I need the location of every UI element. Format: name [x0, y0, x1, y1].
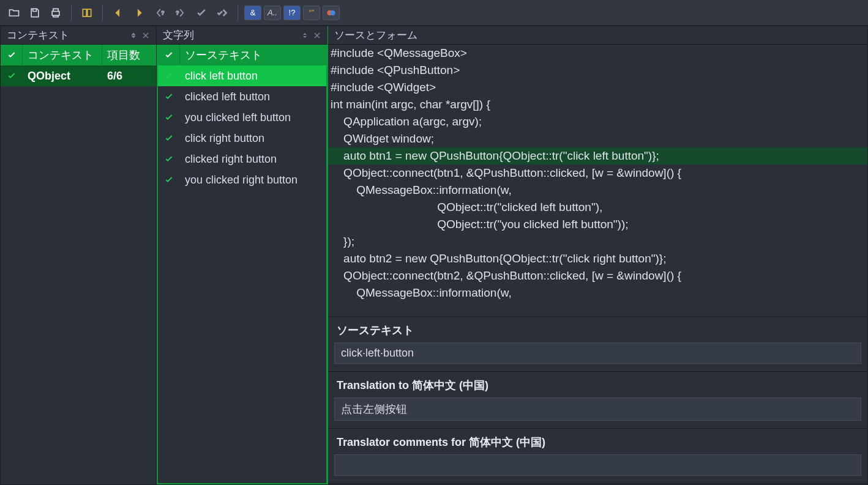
context-table-header: コンテキスト 項目数 — [1, 45, 156, 65]
source-form-title: ソースとフォーム — [334, 28, 861, 42]
done-icon[interactable] — [192, 4, 211, 22]
code-line: auto btn1 = new QPushButton{QObject::tr(… — [328, 147, 867, 165]
translator-comments-input[interactable] — [334, 454, 861, 476]
string-row-text: click right button — [180, 132, 326, 145]
source-text-field: click·left·button — [334, 342, 861, 364]
validate-surrounding-icon[interactable]: A.. — [264, 6, 281, 20]
context-row-name: QObject — [23, 70, 102, 83]
undock-icon[interactable] — [301, 31, 309, 40]
svg-rect-0 — [52, 11, 59, 15]
string-row[interactable]: clicked left button — [158, 86, 326, 107]
code-line: QObject::tr("you clicked left button")); — [328, 216, 867, 233]
strings-panel-title: 文字列 — [163, 28, 297, 42]
context-panel-title: コンテキスト — [7, 28, 125, 42]
svg-marker-7 — [303, 33, 307, 35]
translation-panel: ソーステキスト click·left·button Translation to… — [328, 317, 868, 485]
string-row[interactable]: clicked right button — [158, 149, 326, 169]
close-panel-icon[interactable] — [141, 31, 150, 40]
context-col-context[interactable]: コンテキスト — [23, 45, 102, 65]
translation-input[interactable]: 点击左侧按钮 — [334, 398, 861, 421]
code-line: QWidget window; — [328, 130, 867, 147]
prev-unfinished-icon[interactable]: ? — [151, 4, 169, 22]
string-row-text: clicked left button — [180, 91, 326, 103]
code-line: #include <QPushButton> — [328, 62, 867, 79]
prev-icon[interactable] — [109, 4, 127, 22]
code-line: #include <QMessageBox> — [328, 45, 867, 62]
svg-point-4 — [330, 10, 335, 15]
string-row[interactable]: click left button — [158, 65, 326, 86]
save-icon[interactable] — [26, 4, 44, 22]
strings-col-status[interactable] — [158, 45, 180, 65]
context-panel-header[interactable]: コンテキスト — [1, 26, 156, 45]
code-line: QObject::connect(btn1, &QPushButton::cli… — [328, 165, 867, 182]
strings-col-source[interactable]: ソーステキスト — [180, 45, 326, 65]
validate-punctuation-icon[interactable]: !? — [283, 6, 301, 20]
context-row-count: 6/6 — [102, 70, 156, 83]
close-panel-icon[interactable] — [313, 31, 321, 40]
svg-text:?: ? — [162, 10, 165, 16]
undock-icon[interactable] — [129, 31, 138, 40]
svg-marker-5 — [132, 33, 135, 35]
context-col-status[interactable] — [1, 45, 23, 65]
context-col-items[interactable]: 項目数 — [102, 45, 156, 65]
string-row-text: click left button — [180, 70, 326, 83]
next-icon[interactable] — [130, 4, 148, 22]
code-line: #include <QWidget> — [328, 79, 867, 96]
phrasebook-icon[interactable] — [78, 4, 96, 22]
source-form-header: ソースとフォーム — [328, 26, 867, 45]
string-row[interactable]: click right button — [158, 128, 326, 149]
svg-text:?: ? — [176, 10, 179, 16]
translator-comments-label: Translator comments for 简体中文 (中国) — [328, 429, 867, 454]
validate-accelerators-icon[interactable]: & — [244, 6, 261, 20]
strings-table-header: ソーステキスト — [158, 45, 326, 65]
code-line: QObject::connect(btn2, &QPushButton::cli… — [328, 267, 867, 284]
next-unfinished-icon[interactable]: ? — [171, 4, 190, 22]
svg-marker-8 — [303, 36, 307, 38]
strings-panel: 文字列 ソーステキスト click left buttonclicked lef… — [157, 26, 328, 485]
code-line: QObject::tr("clicked left button"), — [328, 199, 867, 216]
svg-marker-6 — [132, 36, 135, 38]
done-next-icon[interactable] — [213, 4, 231, 22]
strings-panel-header[interactable]: 文字列 — [157, 26, 327, 45]
translation-target-label: Translation to 简体中文 (中国) — [328, 372, 867, 398]
validate-placemarker-icon[interactable] — [323, 6, 340, 20]
code-line: QApplication a(argc, argv); — [328, 113, 867, 130]
source-form-panel: ソースとフォーム #include <QMessageBox>#include … — [328, 26, 868, 317]
validate-phrases-icon[interactable]: “” — [303, 6, 320, 20]
context-row[interactable]: QObject6/6 — [1, 65, 156, 86]
source-text-label: ソーステキスト — [328, 317, 867, 342]
print-icon[interactable] — [47, 4, 65, 22]
string-row-text: you clicked right button — [180, 174, 326, 187]
string-row[interactable]: you clicked left button — [158, 107, 326, 128]
code-line: }); — [328, 233, 867, 250]
string-row-text: you clicked left button — [180, 111, 326, 124]
string-row[interactable]: you clicked right button — [158, 169, 326, 190]
open-icon[interactable] — [5, 4, 23, 22]
code-line: QMessageBox::information(w, — [328, 182, 867, 199]
context-panel: コンテキスト コンテキスト 項目数 QObject6/6 — [0, 26, 157, 485]
source-code-view[interactable]: #include <QMessageBox>#include <QPushBut… — [328, 45, 867, 316]
string-row-text: clicked right button — [180, 153, 326, 166]
code-line: QMessageBox::information(w, — [328, 284, 867, 302]
toolbar: ? ? & A.. !? “” — [0, 0, 868, 26]
code-line: int main(int argc, char *argv[]) { — [328, 96, 867, 113]
code-line: auto btn2 = new QPushButton{QObject::tr(… — [328, 250, 867, 267]
